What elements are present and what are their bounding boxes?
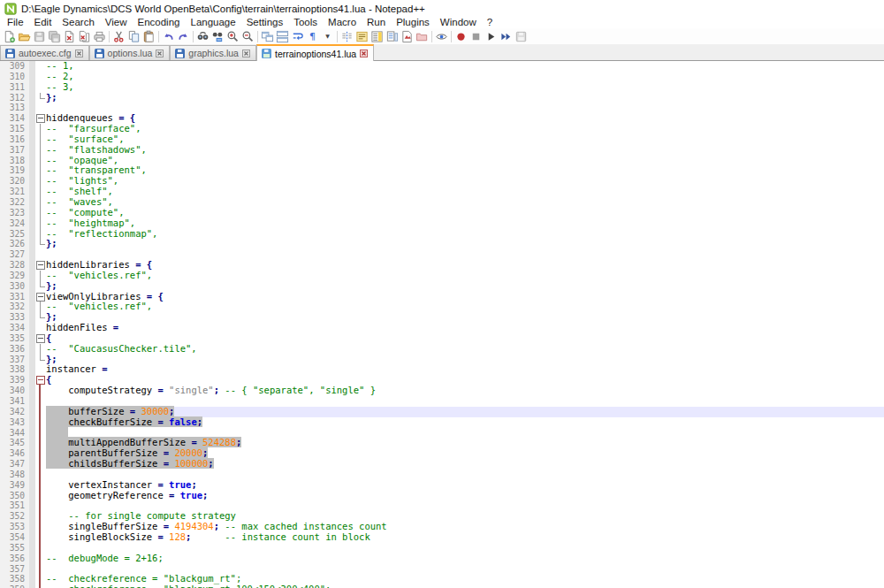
menu-plugins[interactable]: Plugins <box>391 17 435 28</box>
code-text[interactable]: instancer = <box>46 364 884 375</box>
fold-toggle-icon[interactable] <box>36 114 45 123</box>
fold-margin[interactable] <box>35 448 46 459</box>
fold-margin[interactable] <box>35 218 46 229</box>
fold-margin[interactable] <box>35 176 46 187</box>
view-eye-button[interactable] <box>434 29 449 43</box>
bookmark-margin[interactable] <box>29 417 35 428</box>
new-file-button[interactable] <box>2 29 17 43</box>
bookmark-margin[interactable] <box>29 428 35 439</box>
code-text[interactable]: -- "transparent", <box>46 165 884 176</box>
fold-margin[interactable] <box>35 407 46 417</box>
cut-button[interactable] <box>111 29 126 43</box>
bookmark-margin[interactable] <box>29 260 35 271</box>
bookmark-margin[interactable] <box>29 103 35 113</box>
code-text[interactable]: -- checkreference = "blackgum_rt_100<150… <box>46 584 884 588</box>
code-text[interactable] <box>46 543 884 554</box>
fold-margin[interactable] <box>35 459 46 470</box>
code-line-310[interactable]: 310-- 2, <box>0 72 884 82</box>
fold-margin[interactable] <box>35 480 46 491</box>
fold-toggle-icon[interactable] <box>36 293 45 302</box>
code-text[interactable]: hiddenLibraries = { <box>46 260 884 271</box>
document-list-button[interactable] <box>385 29 400 43</box>
bookmark-margin[interactable] <box>29 459 35 470</box>
menu-window[interactable]: Window <box>435 17 482 28</box>
document-monitor-button[interactable] <box>400 29 415 43</box>
fold-margin[interactable] <box>35 522 46 532</box>
code-text[interactable]: -- "surface", <box>46 134 884 145</box>
fold-margin[interactable] <box>35 239 46 249</box>
function-list-button[interactable] <box>354 29 370 43</box>
code-text[interactable]: }; <box>46 239 884 249</box>
bookmark-margin[interactable] <box>29 355 35 365</box>
code-text[interactable]: hiddenqueues = { <box>46 113 884 124</box>
fold-margin[interactable] <box>35 260 46 271</box>
bookmark-margin[interactable] <box>29 124 35 134</box>
code-line-322[interactable]: 322-- "waves", <box>0 197 884 208</box>
bookmark-margin[interactable] <box>29 134 35 145</box>
bookmark-margin[interactable] <box>29 165 35 176</box>
tab-autoexec-cfg[interactable]: autoexec.cfg <box>0 45 89 60</box>
fold-margin[interactable] <box>35 532 46 543</box>
fold-margin[interactable] <box>35 491 46 501</box>
code-line-319[interactable]: 319-- "transparent", <box>0 165 884 176</box>
code-text[interactable]: -- "compute", <box>46 208 884 218</box>
fold-margin[interactable] <box>35 396 46 407</box>
document-map-button[interactable] <box>370 29 385 43</box>
code-text[interactable]: -- "flatshadows", <box>46 145 884 156</box>
code-line-315[interactable]: 315-- "farsurface", <box>0 124 884 134</box>
fold-margin[interactable] <box>35 103 46 113</box>
fold-margin[interactable] <box>35 355 46 365</box>
fold-margin[interactable] <box>35 145 46 156</box>
close-tab-icon[interactable] <box>242 50 250 57</box>
menu-edit[interactable]: Edit <box>29 17 57 28</box>
code-line-338[interactable]: 338instancer = <box>0 364 884 375</box>
fold-margin[interactable] <box>35 564 46 575</box>
bookmark-margin[interactable] <box>29 292 35 302</box>
code-line-321[interactable]: 321-- "shelf", <box>0 187 884 197</box>
bookmark-margin[interactable] <box>29 229 35 240</box>
fold-margin[interactable] <box>35 333 46 344</box>
bookmark-margin[interactable] <box>29 448 35 459</box>
menu-settings[interactable]: Settings <box>241 17 289 28</box>
bookmark-margin[interactable] <box>29 145 35 156</box>
macro-save-button[interactable] <box>514 29 529 43</box>
bookmark-margin[interactable] <box>29 197 35 208</box>
fold-margin[interactable] <box>35 344 46 355</box>
code-line-343[interactable]: 343 checkBufferSize = false; <box>0 417 884 428</box>
word-wrap-button[interactable] <box>290 29 305 43</box>
bookmark-margin[interactable] <box>29 522 35 532</box>
code-line-333[interactable]: 333}; <box>0 312 884 323</box>
print-button[interactable] <box>92 29 107 43</box>
bookmark-margin[interactable] <box>29 281 35 292</box>
bookmark-margin[interactable] <box>29 470 35 480</box>
fold-margin[interactable] <box>35 281 46 292</box>
toolbar-dropdown-arrow[interactable]: ▼ <box>320 29 335 43</box>
fold-margin[interactable] <box>35 511 46 522</box>
menu-tools[interactable]: Tools <box>288 17 323 28</box>
menu-help[interactable]: ? <box>482 17 498 28</box>
fold-margin[interactable] <box>35 187 46 197</box>
menu-encoding[interactable]: Encoding <box>133 17 186 28</box>
bookmark-margin[interactable] <box>29 302 35 312</box>
code-line-320[interactable]: 320-- "lights", <box>0 176 884 187</box>
paste-button[interactable] <box>141 29 156 43</box>
menu-view[interactable]: View <box>100 17 133 28</box>
fold-margin[interactable] <box>35 312 46 323</box>
code-line-340[interactable]: 340 computeStrategy = "single"; -- { "se… <box>0 386 884 396</box>
bookmark-margin[interactable] <box>29 543 35 554</box>
code-text[interactable]: -- debugMode = 2+16; <box>46 554 884 564</box>
undo-button[interactable] <box>161 29 176 43</box>
bookmark-margin[interactable] <box>29 480 35 491</box>
sync-horizontal-scroll-button[interactable] <box>275 29 290 43</box>
code-text[interactable]: -- "heightmap", <box>46 218 884 229</box>
open-file-button[interactable] <box>17 29 32 43</box>
bookmark-margin[interactable] <box>29 511 35 522</box>
code-line-312[interactable]: 312}; <box>0 93 884 103</box>
fold-margin[interactable] <box>35 302 46 312</box>
fold-margin[interactable] <box>35 124 46 134</box>
bookmark-margin[interactable] <box>29 93 35 103</box>
fold-margin[interactable] <box>35 323 46 333</box>
menu-macro[interactable]: Macro <box>323 17 362 28</box>
macro-play-button[interactable] <box>484 29 499 43</box>
code-text[interactable]: -- "shelf", <box>46 187 884 197</box>
